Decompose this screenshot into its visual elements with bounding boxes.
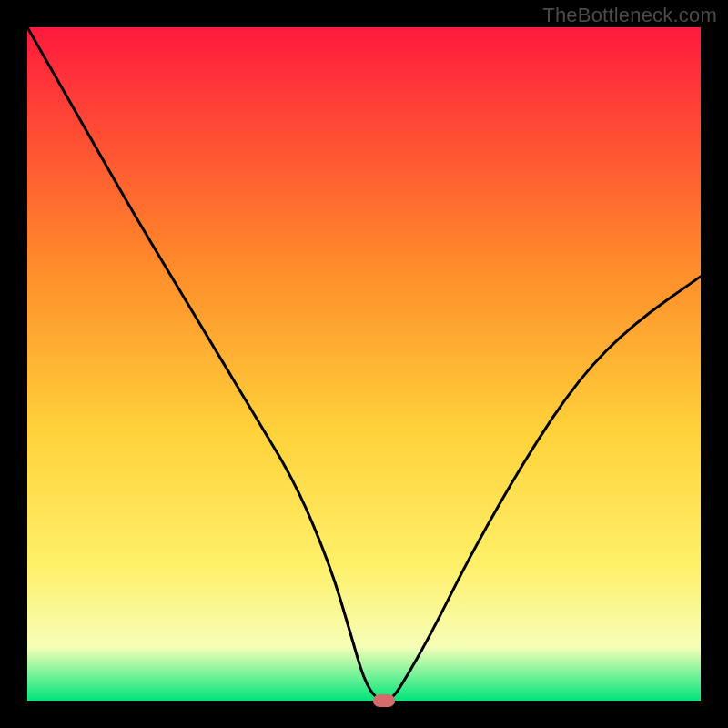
chart-svg [27, 27, 701, 701]
chart-plot-area [27, 27, 701, 701]
watermark-text: TheBottleneck.com [542, 4, 717, 27]
optimum-marker [373, 694, 395, 707]
chart-background [27, 27, 701, 701]
app-frame: TheBottleneck.com [0, 0, 728, 728]
